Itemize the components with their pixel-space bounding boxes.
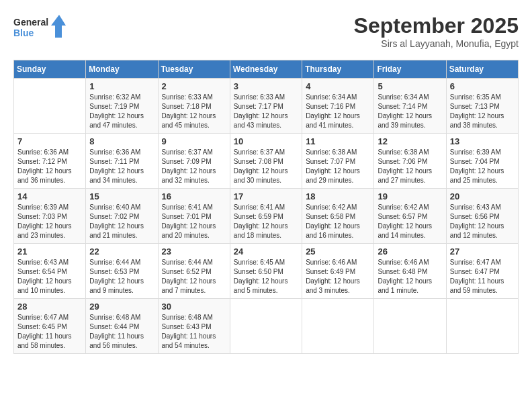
- day-number: 7: [17, 136, 82, 146]
- calendar-week-row: 28Sunrise: 6:47 AM Sunset: 6:45 PM Dayli…: [14, 299, 519, 354]
- day-info: Sunrise: 6:45 AM Sunset: 6:50 PM Dayligh…: [234, 258, 298, 295]
- calendar-day-header: Tuesday: [158, 60, 230, 79]
- calendar-cell: 22Sunrise: 6:44 AM Sunset: 6:53 PM Dayli…: [86, 244, 158, 299]
- calendar-cell: 13Sunrise: 6:39 AM Sunset: 7:04 PM Dayli…: [446, 134, 518, 189]
- day-number: 26: [378, 246, 442, 257]
- calendar-header-row: SundayMondayTuesdayWednesdayThursdayFrid…: [14, 60, 519, 79]
- day-info: Sunrise: 6:41 AM Sunset: 6:59 PM Dayligh…: [234, 203, 298, 240]
- logo-svg: General Blue: [13, 13, 67, 43]
- day-info: Sunrise: 6:34 AM Sunset: 7:16 PM Dayligh…: [306, 93, 370, 130]
- day-info: Sunrise: 6:33 AM Sunset: 7:18 PM Dayligh…: [162, 93, 226, 130]
- day-info: Sunrise: 6:38 AM Sunset: 7:06 PM Dayligh…: [378, 148, 442, 185]
- day-number: 20: [450, 191, 515, 201]
- day-info: Sunrise: 6:46 AM Sunset: 6:48 PM Dayligh…: [378, 258, 442, 295]
- page-header: General Blue September 2025 Sirs al Layy…: [13, 13, 519, 49]
- day-number: 6: [450, 81, 515, 91]
- day-info: Sunrise: 6:46 AM Sunset: 6:49 PM Dayligh…: [306, 258, 370, 295]
- calendar-cell: 8Sunrise: 6:36 AM Sunset: 7:11 PM Daylig…: [86, 134, 158, 189]
- day-info: Sunrise: 6:42 AM Sunset: 6:58 PM Dayligh…: [306, 203, 370, 240]
- calendar-cell: 7Sunrise: 6:36 AM Sunset: 7:12 PM Daylig…: [14, 134, 86, 189]
- day-info: Sunrise: 6:36 AM Sunset: 7:11 PM Dayligh…: [89, 148, 154, 185]
- day-number: 29: [89, 302, 154, 312]
- day-info: Sunrise: 6:39 AM Sunset: 7:04 PM Dayligh…: [450, 148, 515, 185]
- calendar-day-header: Wednesday: [230, 60, 302, 79]
- day-number: 2: [162, 81, 226, 91]
- day-number: 18: [306, 191, 370, 201]
- calendar-cell: 27Sunrise: 6:47 AM Sunset: 6:47 PM Dayli…: [446, 244, 518, 299]
- day-number: 28: [17, 302, 82, 312]
- calendar-cell: 25Sunrise: 6:46 AM Sunset: 6:49 PM Dayli…: [302, 244, 374, 299]
- calendar-day-header: Saturday: [446, 60, 518, 79]
- day-number: 5: [378, 81, 442, 91]
- location-subtitle: Sirs al Layyanah, Monufia, Egypt: [354, 38, 519, 49]
- calendar-cell: 30Sunrise: 6:48 AM Sunset: 6:43 PM Dayli…: [158, 299, 230, 354]
- day-number: 9: [162, 136, 226, 146]
- day-number: 13: [450, 136, 515, 146]
- day-number: 24: [234, 246, 298, 257]
- calendar-day-header: Monday: [86, 60, 158, 79]
- day-info: Sunrise: 6:33 AM Sunset: 7:17 PM Dayligh…: [234, 93, 298, 130]
- calendar-cell: 12Sunrise: 6:38 AM Sunset: 7:06 PM Dayli…: [374, 134, 446, 189]
- calendar-cell: 21Sunrise: 6:43 AM Sunset: 6:54 PM Dayli…: [14, 244, 86, 299]
- day-info: Sunrise: 6:37 AM Sunset: 7:09 PM Dayligh…: [162, 148, 226, 185]
- calendar-week-row: 14Sunrise: 6:39 AM Sunset: 7:03 PM Dayli…: [14, 189, 519, 244]
- calendar-cell: [302, 299, 374, 354]
- day-info: Sunrise: 6:35 AM Sunset: 7:13 PM Dayligh…: [450, 93, 515, 130]
- calendar-cell: [374, 299, 446, 354]
- calendar-cell: 1Sunrise: 6:32 AM Sunset: 7:19 PM Daylig…: [86, 79, 158, 134]
- day-info: Sunrise: 6:41 AM Sunset: 7:01 PM Dayligh…: [162, 203, 226, 240]
- day-info: Sunrise: 6:44 AM Sunset: 6:52 PM Dayligh…: [162, 258, 226, 295]
- day-number: 4: [306, 81, 370, 91]
- title-block: September 2025 Sirs al Layyanah, Monufia…: [354, 13, 519, 49]
- day-info: Sunrise: 6:42 AM Sunset: 6:57 PM Dayligh…: [378, 203, 442, 240]
- svg-text:Blue: Blue: [13, 28, 34, 38]
- day-number: 3: [234, 81, 298, 91]
- calendar-cell: 18Sunrise: 6:42 AM Sunset: 6:58 PM Dayli…: [302, 189, 374, 244]
- day-number: 23: [162, 246, 226, 257]
- svg-marker-2: [51, 15, 66, 38]
- day-info: Sunrise: 6:34 AM Sunset: 7:14 PM Dayligh…: [378, 93, 442, 130]
- day-info: Sunrise: 6:36 AM Sunset: 7:12 PM Dayligh…: [17, 148, 82, 185]
- calendar-cell: 17Sunrise: 6:41 AM Sunset: 6:59 PM Dayli…: [230, 189, 302, 244]
- logo: General Blue: [13, 13, 67, 43]
- day-number: 1: [89, 81, 154, 91]
- day-number: 19: [378, 191, 442, 201]
- calendar-cell: [446, 299, 518, 354]
- calendar-day-header: Friday: [374, 60, 446, 79]
- calendar-cell: 24Sunrise: 6:45 AM Sunset: 6:50 PM Dayli…: [230, 244, 302, 299]
- day-info: Sunrise: 6:43 AM Sunset: 6:56 PM Dayligh…: [450, 203, 515, 240]
- day-number: 21: [17, 246, 82, 257]
- day-info: Sunrise: 6:48 AM Sunset: 6:43 PM Dayligh…: [162, 313, 226, 351]
- day-info: Sunrise: 6:39 AM Sunset: 7:03 PM Dayligh…: [17, 203, 82, 240]
- calendar-cell: 11Sunrise: 6:38 AM Sunset: 7:07 PM Dayli…: [302, 134, 374, 189]
- calendar-cell: 9Sunrise: 6:37 AM Sunset: 7:09 PM Daylig…: [158, 134, 230, 189]
- calendar-cell: 5Sunrise: 6:34 AM Sunset: 7:14 PM Daylig…: [374, 79, 446, 134]
- calendar-cell: 2Sunrise: 6:33 AM Sunset: 7:18 PM Daylig…: [158, 79, 230, 134]
- calendar-cell: 20Sunrise: 6:43 AM Sunset: 6:56 PM Dayli…: [446, 189, 518, 244]
- day-number: 11: [306, 136, 370, 146]
- day-info: Sunrise: 6:37 AM Sunset: 7:08 PM Dayligh…: [234, 148, 298, 185]
- calendar-day-header: Sunday: [14, 60, 86, 79]
- calendar-cell: 14Sunrise: 6:39 AM Sunset: 7:03 PM Dayli…: [14, 189, 86, 244]
- calendar-cell: 23Sunrise: 6:44 AM Sunset: 6:52 PM Dayli…: [158, 244, 230, 299]
- calendar-week-row: 7Sunrise: 6:36 AM Sunset: 7:12 PM Daylig…: [14, 134, 519, 189]
- month-title: September 2025: [354, 13, 519, 38]
- day-info: Sunrise: 6:43 AM Sunset: 6:54 PM Dayligh…: [17, 258, 82, 295]
- calendar-cell: [14, 79, 86, 134]
- day-info: Sunrise: 6:47 AM Sunset: 6:45 PM Dayligh…: [17, 313, 82, 351]
- calendar-cell: [230, 299, 302, 354]
- day-number: 30: [162, 302, 226, 312]
- calendar-cell: 28Sunrise: 6:47 AM Sunset: 6:45 PM Dayli…: [14, 299, 86, 354]
- calendar-week-row: 1Sunrise: 6:32 AM Sunset: 7:19 PM Daylig…: [14, 79, 519, 134]
- day-number: 15: [89, 191, 154, 201]
- calendar-cell: 15Sunrise: 6:40 AM Sunset: 7:02 PM Dayli…: [86, 189, 158, 244]
- day-number: 22: [89, 246, 154, 257]
- calendar-cell: 6Sunrise: 6:35 AM Sunset: 7:13 PM Daylig…: [446, 79, 518, 134]
- calendar-week-row: 21Sunrise: 6:43 AM Sunset: 6:54 PM Dayli…: [14, 244, 519, 299]
- day-number: 25: [306, 246, 370, 257]
- day-number: 12: [378, 136, 442, 146]
- calendar-cell: 29Sunrise: 6:48 AM Sunset: 6:44 PM Dayli…: [86, 299, 158, 354]
- calendar-cell: 10Sunrise: 6:37 AM Sunset: 7:08 PM Dayli…: [230, 134, 302, 189]
- calendar-day-header: Thursday: [302, 60, 374, 79]
- svg-text:General: General: [13, 17, 48, 28]
